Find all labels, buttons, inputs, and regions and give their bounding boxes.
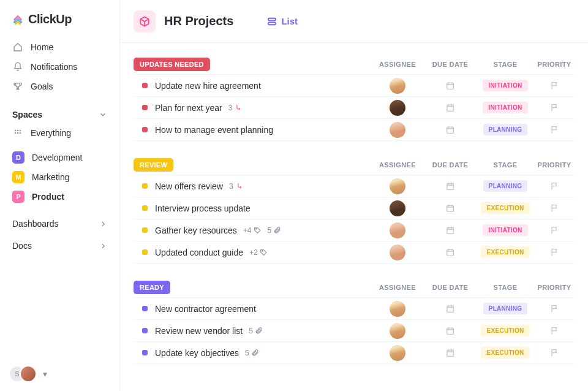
priority-cell[interactable] — [534, 248, 575, 257]
user-menu[interactable]: S ▾ — [9, 365, 50, 382]
priority-cell[interactable] — [534, 81, 575, 90]
view-list-button[interactable]: List — [266, 16, 298, 27]
column-stage[interactable]: STAGE — [477, 61, 534, 68]
status-pill[interactable]: REVIEW — [134, 158, 173, 172]
due-date-cell[interactable] — [424, 203, 477, 213]
task-title: New offers review — [155, 181, 223, 191]
due-date-cell[interactable] — [424, 304, 477, 314]
stage-cell[interactable]: PLANNING — [477, 303, 534, 314]
priority-cell[interactable] — [534, 226, 575, 235]
status-pill[interactable]: UPDATES NEEDED — [134, 58, 210, 71]
assignee-cell[interactable] — [371, 78, 424, 94]
status-dot — [142, 227, 148, 233]
assignee-cell[interactable] — [371, 122, 424, 138]
priority-cell[interactable] — [534, 103, 575, 112]
stage-cell[interactable]: INITIATION — [477, 102, 534, 113]
priority-cell[interactable] — [534, 348, 575, 357]
stage-cell[interactable]: INITIATION — [477, 224, 534, 236]
priority-cell[interactable] — [534, 203, 575, 213]
tag-icon — [254, 226, 262, 234]
column-assignee[interactable]: ASSIGNEE — [371, 284, 424, 291]
status-pill[interactable]: READY — [134, 281, 170, 294]
paperclip-icon — [273, 226, 281, 234]
attachment-count[interactable]: 5 — [245, 349, 259, 357]
stage-cell[interactable]: EXECUTION — [477, 246, 534, 258]
svg-rect-18 — [447, 328, 454, 334]
task-row[interactable]: Updated conduct guide+2EXECUTION — [134, 241, 575, 264]
column-stage[interactable]: STAGE — [477, 161, 534, 169]
task-row[interactable]: Update key objectives5EXECUTION — [134, 341, 575, 364]
column-due[interactable]: DUE DATE — [424, 61, 477, 68]
attachment-count[interactable]: 5 — [249, 327, 263, 335]
due-date-cell[interactable] — [424, 226, 477, 235]
priority-cell[interactable] — [534, 125, 575, 134]
due-date-cell[interactable] — [424, 103, 477, 113]
stage-badge: EXECUTION — [481, 325, 529, 336]
brand-logo[interactable]: ClickUp — [9, 12, 111, 26]
space-item-development[interactable]: DDevelopment — [9, 148, 111, 167]
space-everything[interactable]: Everything — [9, 123, 111, 143]
chevron-right-icon — [99, 220, 107, 228]
nav-goals[interactable]: Goals — [9, 77, 111, 96]
assignee-cell[interactable] — [371, 178, 424, 194]
attachment-count[interactable]: 5 — [268, 226, 282, 235]
nav-docs[interactable]: Docs — [9, 241, 111, 251]
column-headers: ASSIGNEEDUE DATESTAGEPRIORITY — [371, 161, 575, 169]
column-priority[interactable]: PRIORITY — [534, 284, 575, 291]
space-item-marketing[interactable]: MMarketing — [9, 167, 111, 187]
column-headers: ASSIGNEEDUE DATESTAGEPRIORITY — [371, 61, 575, 68]
flag-icon — [550, 248, 559, 257]
task-row[interactable]: New offers review3PLANNING — [134, 175, 575, 197]
stage-badge: PLANNING — [483, 124, 528, 135]
assignee-cell[interactable] — [371, 301, 424, 317]
tag-count[interactable]: +4 — [243, 226, 262, 235]
assignee-cell[interactable] — [371, 222, 424, 238]
assignee-cell[interactable] — [371, 100, 424, 116]
task-row[interactable]: Update new hire agreementINITIATION — [134, 74, 575, 97]
task-row[interactable]: Interview process updateEXECUTION — [134, 197, 575, 219]
assignee-cell[interactable] — [371, 345, 424, 361]
column-priority[interactable]: PRIORITY — [534, 61, 575, 68]
stage-cell[interactable]: PLANNING — [477, 124, 534, 135]
status-dot — [142, 350, 148, 355]
task-meta: +45 — [243, 226, 281, 235]
column-due[interactable]: DUE DATE — [424, 284, 477, 291]
task-row[interactable]: Review new vendor list5EXECUTION — [134, 319, 575, 342]
priority-cell[interactable] — [534, 304, 575, 313]
column-priority[interactable]: PRIORITY — [534, 161, 575, 169]
due-date-cell[interactable] — [424, 125, 477, 135]
task-row[interactable]: How to manage event planningPLANNING — [134, 118, 575, 141]
stage-cell[interactable]: EXECUTION — [477, 347, 534, 359]
due-date-cell[interactable] — [424, 181, 477, 191]
tag-count[interactable]: +2 — [249, 248, 268, 257]
column-assignee[interactable]: ASSIGNEE — [371, 161, 424, 169]
subtask-count[interactable]: 3 — [229, 182, 243, 191]
task-row[interactable]: New contractor agreementPLANNING — [134, 297, 575, 320]
stage-cell[interactable]: EXECUTION — [477, 202, 534, 214]
subtask-count[interactable]: 3 — [228, 104, 243, 112]
priority-cell[interactable] — [534, 181, 575, 191]
space-item-product[interactable]: PProduct — [9, 187, 111, 207]
task-row[interactable]: Gather key resources+45INITIATION — [134, 219, 575, 241]
assignee-cell[interactable] — [371, 200, 424, 216]
spaces-header[interactable]: Spaces — [9, 110, 111, 120]
nav-notifications[interactable]: Notifications — [9, 57, 111, 77]
task-meta: 5 — [249, 327, 263, 335]
column-stage[interactable]: STAGE — [477, 284, 534, 291]
section-label: Dashboards — [12, 219, 59, 229]
due-date-cell[interactable] — [424, 326, 477, 336]
priority-cell[interactable] — [534, 326, 575, 335]
stage-cell[interactable]: EXECUTION — [477, 325, 534, 336]
assignee-cell[interactable] — [371, 323, 424, 339]
assignee-cell[interactable] — [371, 245, 424, 260]
due-date-cell[interactable] — [424, 248, 477, 257]
nav-home[interactable]: Home — [9, 37, 111, 57]
column-due[interactable]: DUE DATE — [424, 161, 477, 169]
due-date-cell[interactable] — [424, 348, 477, 358]
nav-dashboards[interactable]: Dashboards — [9, 219, 111, 229]
column-assignee[interactable]: ASSIGNEE — [371, 61, 424, 68]
stage-cell[interactable]: PLANNING — [477, 180, 534, 192]
stage-cell[interactable]: INITIATION — [477, 80, 534, 91]
task-row[interactable]: Plan for next year3INITIATION — [134, 96, 575, 119]
due-date-cell[interactable] — [424, 81, 477, 91]
